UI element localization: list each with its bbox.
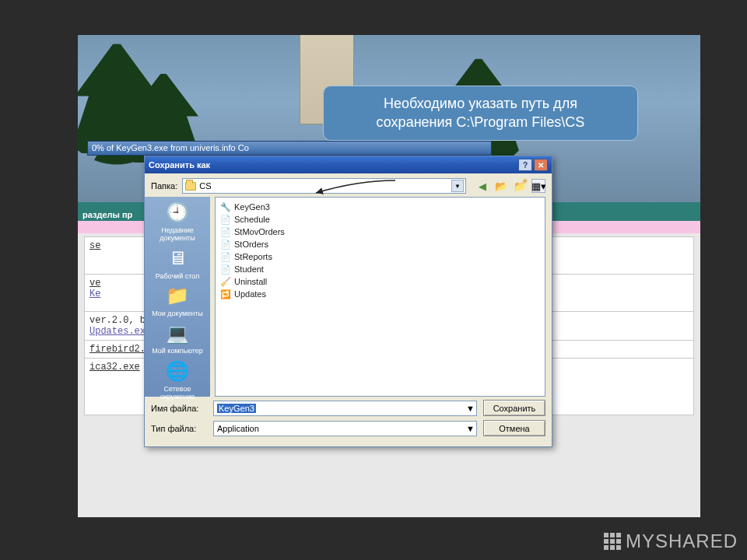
places-network[interactable]: 🌐Сетевое окружение — [148, 359, 207, 401]
app-icon: 📄 — [220, 226, 231, 237]
download-progress-titlebar: 0% of KeyGen3.exe from univeris.info Co — [87, 141, 492, 156]
places-documents[interactable]: 📁Мои документы — [148, 283, 207, 317]
app-icon: 📄 — [220, 251, 231, 262]
places-desktop[interactable]: 🖥Рабочий стол — [148, 246, 207, 280]
filetype-select[interactable]: Application▼ — [213, 421, 477, 436]
places-recent[interactable]: 🕘Недавние документы — [148, 200, 207, 243]
dialog-titlebar[interactable]: Сохранить как ? ✕ — [145, 156, 552, 173]
uninstall-icon: 🧹 — [220, 276, 231, 287]
file-link[interactable]: se — [89, 240, 100, 251]
places-bar: 🕘Недавние документы 🖥Рабочий стол 📁Мои д… — [145, 197, 210, 397]
recent-icon: 🕘 — [166, 201, 189, 223]
new-folder-icon[interactable]: 📁✳ — [513, 179, 527, 193]
back-icon[interactable]: ◀ — [475, 179, 489, 193]
chevron-down-icon[interactable]: ▼ — [466, 404, 475, 413]
updates-icon: 🔁 — [220, 289, 231, 299]
filetype-label: Тип файла: — [151, 424, 207, 433]
folder-icon — [185, 182, 196, 191]
list-item[interactable]: 📄StReports — [220, 250, 540, 263]
save-button[interactable]: Сохранить — [483, 400, 545, 416]
app-icon: 🔧 — [220, 201, 231, 212]
desktop-icon: 🖥 — [168, 247, 187, 269]
views-button[interactable]: ▦▾ — [531, 179, 545, 193]
list-item[interactable]: 🔁Updates — [220, 288, 540, 300]
help-button[interactable]: ? — [518, 159, 532, 171]
file-link[interactable]: ve — [89, 278, 100, 289]
chevron-down-icon[interactable]: ▼ — [466, 424, 475, 433]
filename-label: Имя файла: — [151, 404, 207, 413]
network-icon: 🌐 — [166, 360, 189, 382]
file-link[interactable]: Updates.exe — [89, 326, 151, 337]
list-item[interactable]: 🔧KeyGen3 — [220, 201, 540, 213]
list-item[interactable]: 📄Student — [220, 263, 540, 275]
folder-label: Папка: — [151, 181, 177, 191]
file-list[interactable]: 🔧KeyGen3 📄Schedule 📄StMovOrders 📄StOrder… — [215, 197, 545, 397]
cancel-button[interactable]: Отмена — [483, 420, 545, 436]
list-item[interactable]: 📄Schedule — [220, 213, 540, 226]
close-button[interactable]: ✕ — [534, 159, 548, 171]
list-item[interactable]: 🧹Uninstall — [220, 275, 540, 288]
filename-input[interactable]: KeyGen3▼ — [213, 401, 477, 416]
app-icon: 📄 — [220, 239, 231, 250]
file-link[interactable]: ica32.exe — [89, 362, 140, 373]
list-item[interactable]: 📄StMovOrders — [220, 226, 540, 238]
file-link[interactable]: Ke — [89, 289, 100, 299]
app-icon: 📄 — [220, 214, 231, 225]
dialog-title: Сохранить как — [149, 160, 210, 170]
instruction-callout: Необходимо указать путь для сохранения C… — [323, 86, 638, 141]
watermark: MYSHARED — [604, 530, 738, 552]
up-folder-icon[interactable]: 📂 — [494, 179, 508, 193]
places-computer[interactable]: 💻Мой компьютер — [148, 320, 207, 355]
app-icon: 📄 — [220, 264, 231, 275]
callout-arrow-icon — [311, 179, 397, 196]
computer-icon: 💻 — [166, 323, 189, 345]
documents-icon: 📁 — [166, 285, 189, 306]
list-item[interactable]: 📄StOrders — [220, 238, 540, 250]
save-as-dialog: Сохранить как ? ✕ Папка: CS ▼ ◀ 📂 📁✳ ▦▾ … — [144, 156, 552, 447]
chevron-down-icon[interactable]: ▼ — [451, 180, 464, 192]
